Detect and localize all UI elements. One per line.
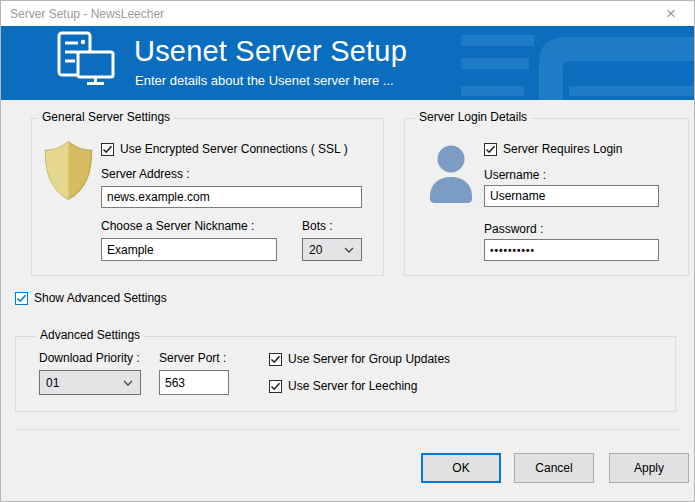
server-setup-dialog: Server Setup - NewsLeecher × Usenet Serv… bbox=[0, 0, 695, 502]
download-priority-label: Download Priority : bbox=[39, 351, 140, 365]
server-requires-login-label: Server Requires Login bbox=[503, 142, 622, 156]
apply-button[interactable]: Apply bbox=[609, 453, 689, 483]
show-advanced-settings-checkbox[interactable]: Show Advanced Settings bbox=[15, 291, 167, 305]
server-port-label: Server Port : bbox=[159, 351, 226, 365]
login-group-legend: Server Login Details bbox=[415, 110, 531, 124]
user-icon bbox=[428, 143, 474, 204]
use-server-for-leeching-checkbox[interactable]: Use Server for Leeching bbox=[269, 379, 417, 393]
check-icon bbox=[16, 293, 27, 304]
bots-label: Bots : bbox=[302, 219, 333, 233]
password-label: Password : bbox=[484, 222, 543, 236]
password-input[interactable] bbox=[484, 239, 659, 261]
check-icon bbox=[270, 354, 281, 365]
ok-button[interactable]: OK bbox=[421, 453, 501, 483]
server-nickname-label: Choose a Server Nickname : bbox=[101, 219, 254, 233]
check-icon bbox=[485, 144, 496, 155]
server-port-input[interactable] bbox=[159, 370, 229, 395]
window-title: Server Setup - NewsLeecher bbox=[1, 7, 164, 21]
show-advanced-settings-checkbox-box bbox=[15, 292, 28, 305]
cancel-button[interactable]: Cancel bbox=[514, 453, 594, 483]
use-server-for-leeching-label: Use Server for Leeching bbox=[288, 379, 417, 393]
use-server-for-group-updates-label: Use Server for Group Updates bbox=[288, 352, 450, 366]
download-priority-dropdown[interactable]: 01 bbox=[39, 370, 141, 395]
server-requires-login-checkbox[interactable]: Server Requires Login bbox=[484, 142, 622, 156]
use-server-for-group-updates-checkbox-box bbox=[269, 353, 282, 366]
use-server-for-group-updates-checkbox[interactable]: Use Server for Group Updates bbox=[269, 352, 450, 366]
ssl-checkbox[interactable]: Use Encrypted Server Connections ( SSL ) bbox=[101, 142, 348, 156]
shield-icon bbox=[43, 140, 94, 201]
chevron-down-icon bbox=[344, 247, 354, 253]
check-icon bbox=[270, 381, 281, 392]
server-nickname-input[interactable] bbox=[101, 238, 277, 261]
footer-separator bbox=[14, 429, 682, 430]
header-decoration bbox=[451, 26, 695, 100]
advanced-group-legend: Advanced Settings bbox=[36, 328, 144, 342]
download-priority-value: 01 bbox=[46, 376, 59, 390]
server-address-label: Server Address : bbox=[101, 167, 190, 181]
general-group-legend: General Server Settings bbox=[38, 110, 174, 124]
ssl-checkbox-label: Use Encrypted Server Connections ( SSL ) bbox=[120, 142, 348, 156]
use-server-for-leeching-checkbox-box bbox=[269, 380, 282, 393]
server-address-input[interactable] bbox=[101, 186, 362, 208]
usenet-server-icon bbox=[55, 28, 117, 86]
show-advanced-settings-label: Show Advanced Settings bbox=[34, 291, 167, 305]
username-label: Username : bbox=[484, 168, 546, 182]
chevron-down-icon bbox=[123, 380, 133, 386]
bots-dropdown[interactable]: 20 bbox=[302, 238, 362, 261]
page-subtitle: Enter details about the Usenet server he… bbox=[135, 73, 394, 88]
bots-dropdown-value: 20 bbox=[309, 243, 322, 257]
username-input[interactable] bbox=[484, 185, 659, 207]
close-icon[interactable]: × bbox=[648, 1, 694, 26]
page-title: Usenet Server Setup bbox=[134, 35, 407, 68]
title-bar: Server Setup - NewsLeecher × bbox=[1, 1, 694, 26]
server-requires-login-checkbox-box bbox=[484, 143, 497, 156]
ssl-checkbox-box bbox=[101, 143, 114, 156]
header-banner: Usenet Server Setup Enter details about … bbox=[1, 26, 695, 100]
check-icon bbox=[102, 144, 113, 155]
